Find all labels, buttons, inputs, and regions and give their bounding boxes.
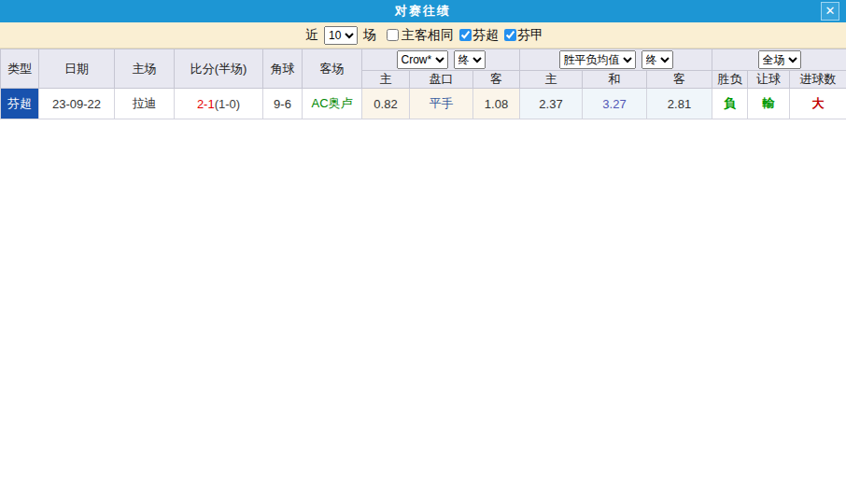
subcol-odds-draw: 和	[583, 71, 647, 89]
cell-handicap-line: 平手	[410, 89, 473, 119]
col-header-date: 日期	[39, 49, 115, 89]
titlebar: 对赛往绩 ✕	[0, 0, 846, 22]
cell-away-team: AC奥卢	[303, 89, 362, 119]
result-scope-select[interactable]: 全场	[758, 50, 801, 69]
odds-time-select[interactable]: 终	[642, 50, 673, 69]
col-header-away: 客场	[303, 49, 362, 89]
handicap-time-select[interactable]: 终	[454, 50, 486, 69]
cell-result-goals: 大	[790, 89, 846, 119]
handicap-group-header: Crow* 终	[362, 49, 520, 71]
cell-odds-draw: 3.27	[583, 89, 647, 119]
head-to-head-table: 类型 日期 主场 比分(半场) 角球 客场 Crow* 终	[0, 49, 846, 119]
head-to-head-dialog: 对赛往绩 ✕ 近 10 场 主客相同 芬超 芬甲	[0, 0, 846, 119]
col-header-home: 主场	[115, 49, 175, 89]
cell-result-handicap: 輸	[748, 89, 790, 119]
league-a-checkbox[interactable]	[459, 29, 472, 41]
recent-label: 近	[305, 27, 318, 44]
subcol-result-goals: 进球数	[790, 71, 846, 89]
subcol-handicap-home: 主	[362, 71, 410, 89]
same-homeaway-label: 主客相同	[402, 27, 454, 44]
league-b-checkbox[interactable]	[504, 29, 516, 41]
league-a-label: 芬超	[472, 27, 499, 44]
col-header-corners: 角球	[263, 49, 303, 89]
cell-corners: 9-6	[263, 89, 303, 119]
score-fulltime: 2-1	[197, 97, 215, 111]
cell-date: 23-09-22	[39, 89, 115, 119]
header-group-row: 类型 日期 主场 比分(半场) 角球 客场 Crow* 终	[1, 49, 846, 71]
cell-odds-away: 2.81	[647, 89, 712, 119]
cell-result-winloss: 負	[712, 89, 748, 119]
col-header-score: 比分(半场)	[175, 49, 263, 89]
subcol-result-handicap: 让球	[748, 71, 790, 89]
subcol-handicap-line: 盘口	[410, 71, 473, 89]
odds-group-header: 胜平负均值 终	[520, 49, 712, 71]
same-homeaway-checkbox[interactable]	[387, 29, 399, 41]
cell-handicap-home: 0.82	[362, 89, 410, 119]
dialog-title: 对赛往绩	[395, 3, 451, 20]
cell-score: 2-1(1-0)	[175, 89, 263, 119]
cell-odds-home: 2.37	[520, 89, 583, 119]
table-row: 芬超 23-09-22 拉迪 2-1(1-0) 9-6 AC奥卢 0.82 平手…	[1, 89, 846, 119]
recent-count-select[interactable]: 10	[324, 26, 358, 45]
filter-bar: 近 10 场 主客相同 芬超 芬甲	[0, 22, 846, 49]
odds-metric-select[interactable]: 胜平负均值	[559, 50, 636, 69]
cell-league: 芬超	[1, 89, 39, 119]
result-group-header: 全场	[712, 49, 846, 71]
subcol-result-winloss: 胜负	[712, 71, 748, 89]
col-header-type: 类型	[1, 49, 39, 89]
cell-home-team: 拉迪	[115, 89, 175, 119]
subcol-handicap-away: 客	[473, 71, 520, 89]
cell-handicap-away: 1.08	[473, 89, 520, 119]
league-b-label: 芬甲	[517, 27, 543, 44]
handicap-company-select[interactable]: Crow*	[397, 50, 448, 69]
score-halftime: (1-0)	[215, 97, 240, 111]
subcol-odds-home: 主	[520, 71, 583, 89]
matches-label: 场	[363, 27, 376, 44]
close-icon[interactable]: ✕	[821, 2, 839, 21]
subcol-odds-away: 客	[647, 71, 712, 89]
